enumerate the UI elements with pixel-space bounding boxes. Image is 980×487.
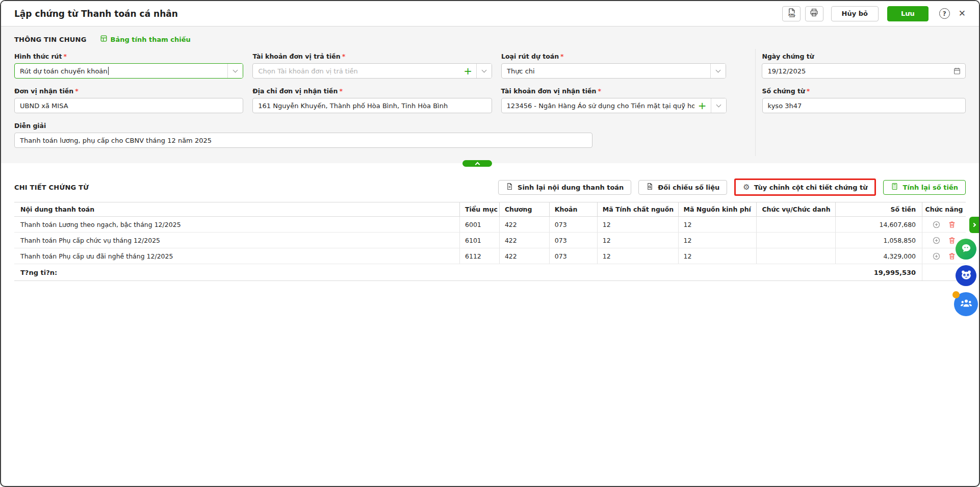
expand-panel-tab[interactable] (969, 217, 979, 233)
field-description: Diễn giải Thanh toán lương, phụ cấp cho … (14, 122, 592, 148)
cell-source-nature[interactable]: 12 (597, 217, 678, 232)
required-mark: * (560, 53, 564, 60)
cell-source-nature[interactable]: 12 (597, 248, 678, 264)
xml-export-icon: XML (786, 8, 796, 20)
cell-position[interactable] (756, 233, 835, 248)
cell-position[interactable] (756, 248, 835, 264)
close-icon[interactable]: ✕ (959, 9, 966, 18)
add-icon[interactable]: + (463, 66, 472, 76)
ai-assistant-button[interactable] (956, 265, 976, 286)
add-row-icon[interactable] (932, 220, 941, 229)
cell-sub-item[interactable]: 6101 (459, 233, 499, 248)
compare-data-button[interactable]: Đối chiếu số liệu (638, 180, 727, 195)
chevron-down-icon[interactable] (476, 64, 492, 78)
required-mark: * (342, 53, 346, 60)
community-button[interactable] (954, 292, 978, 316)
field-doc-number: Số chứng từ* kyso 3h47 (762, 87, 966, 113)
cell-fund-source[interactable]: 12 (678, 217, 757, 232)
cell-amount[interactable]: 4,329,000 (835, 248, 922, 264)
required-mark: * (807, 87, 810, 95)
field-receiver-address: Địa chỉ đơn vị nhận tiền* 161 Nguyễn Khu… (252, 87, 492, 113)
receiver-account-label: Tài khoản đơn vị nhận tiền (501, 87, 597, 95)
receiver-account-select[interactable]: 123456 - Ngân Hàng Ảo sử dụng cho Tiền m… (501, 98, 727, 113)
col-header-position: Chức vụ/Chức danh (756, 202, 835, 216)
chevron-down-icon[interactable] (710, 64, 726, 78)
cell-clause[interactable]: 073 (549, 248, 597, 264)
field-estimate-type: Loại rút dự toán* Thực chi (501, 53, 727, 79)
cell-source-nature[interactable]: 12 (597, 233, 678, 248)
add-row-icon[interactable] (932, 236, 941, 245)
field-withdraw-type: Hình thức rút* Rút dự toán chuyển khoản (14, 53, 243, 79)
cell-clause[interactable]: 073 (549, 217, 597, 232)
recalculate-amount-button[interactable]: Tính lại số tiền (883, 180, 966, 195)
receiver-input[interactable]: UBND xã MISA (14, 98, 243, 113)
estimate-type-select[interactable]: Thực chi (501, 63, 727, 79)
col-header-clause: Khoản (549, 202, 597, 216)
cell-chapter[interactable]: 422 (499, 233, 549, 248)
cell-fund-source[interactable]: 12 (678, 233, 757, 248)
estimate-type-label: Loại rút dự toán (501, 53, 559, 60)
add-row-icon[interactable] (932, 252, 941, 261)
cell-sub-item[interactable]: 6112 (459, 248, 499, 264)
help-icon[interactable]: ? (939, 8, 950, 19)
cell-content[interactable]: Thanh toán Phụ cấp ưu đãi nghề tháng 12/… (14, 248, 459, 264)
col-header-content: Nội dung thanh toán (14, 202, 459, 216)
description-input[interactable]: Thanh toán lương, phụ cấp cho CBNV tháng… (14, 133, 592, 148)
cell-sub-item[interactable]: 6001 (459, 217, 499, 232)
cell-content[interactable]: Thanh toán Lương theo ngạch, bậc tháng 1… (14, 217, 459, 232)
collapse-section-button[interactable] (462, 160, 492, 167)
doc-number-label: Số chứng từ (762, 87, 805, 95)
table-row: Thanh toán Phụ cấp chức vụ tháng 12/2025… (14, 233, 966, 248)
table-header-row: Nội dung thanh toán Tiểu mục Chương Khoả… (14, 202, 966, 217)
table-footer-row: T?ng ti?n: 19,995,530 (14, 264, 966, 281)
delete-row-icon[interactable] (948, 252, 956, 260)
regenerate-content-button[interactable]: Sinh lại nội dung thanh toán (498, 180, 631, 195)
add-icon[interactable]: + (698, 100, 707, 111)
description-label: Diễn giải (14, 122, 46, 130)
col-header-amount: Số tiền (835, 202, 922, 216)
gear-icon: ⚙ (743, 184, 750, 191)
cell-position[interactable] (756, 217, 835, 232)
notification-dot (952, 291, 960, 298)
customize-columns-button[interactable]: ⚙ Tùy chỉnh cột chi tiết chứng từ (734, 178, 876, 196)
print-button[interactable] (805, 6, 823, 21)
cell-fund-source[interactable]: 12 (678, 248, 757, 264)
cell-amount[interactable]: 1,058,850 (835, 233, 922, 248)
receiver-address-label: Địa chỉ đơn vị nhận tiền (252, 87, 338, 95)
withdraw-type-label: Hình thức rút (14, 53, 62, 60)
cell-chapter[interactable]: 422 (499, 217, 549, 232)
reference-sheet-link[interactable]: Bảng tính tham chiếu (100, 35, 191, 44)
withdraw-type-select[interactable]: Rút dự toán chuyển khoản (14, 63, 243, 79)
delete-row-icon[interactable] (948, 236, 956, 244)
field-payer-account: Tài khoản đơn vị trả tiền* Chọn Tài khoả… (252, 53, 492, 79)
field-receiver: Đơn vị nhận tiền* UBND xã MISA (14, 87, 243, 113)
save-button[interactable]: Lưu (887, 6, 929, 21)
required-mark: * (340, 87, 343, 95)
support-chat-button[interactable] (956, 239, 976, 260)
spreadsheet-icon (100, 35, 108, 44)
detail-actions: Sinh lại nội dung thanh toán Đối chiếu s… (498, 178, 966, 196)
required-mark: * (63, 53, 67, 60)
export-xml-button[interactable]: XML (782, 6, 801, 21)
cell-clause[interactable]: 073 (549, 233, 597, 248)
payer-account-label: Tài khoản đơn vị trả tiền (252, 53, 340, 60)
page-title: Lập chứng từ Thanh toán cá nhân (14, 9, 178, 19)
calendar-icon[interactable] (953, 67, 961, 75)
payer-account-select[interactable]: Chọn Tài khoản đơn vị trả tiền + (252, 63, 492, 79)
cancel-button[interactable]: Hủy bỏ (831, 6, 879, 21)
chevron-down-icon[interactable] (227, 64, 243, 78)
doc-date-input[interactable]: 19/12/2025 (762, 63, 966, 79)
cell-chapter[interactable]: 422 (499, 248, 549, 264)
receiver-label: Đơn vị nhận tiền (14, 87, 73, 95)
doc-number-input[interactable]: kyso 3h47 (762, 98, 966, 113)
text-caret (108, 67, 109, 75)
top-bar: Lập chứng từ Thanh toán cá nhân XML Hủy … (1, 1, 979, 27)
cell-content[interactable]: Thanh toán Phụ cấp chức vụ tháng 12/2025 (14, 233, 459, 248)
table-row: Thanh toán Phụ cấp ưu đãi nghề tháng 12/… (14, 248, 966, 264)
receiver-address-input[interactable]: 161 Nguyễn Khuyến, Thành phố Hòa Bình, T… (252, 98, 492, 113)
cell-amount[interactable]: 14,607,680 (835, 217, 922, 232)
total-amount: 19,995,530 (835, 264, 922, 280)
chevron-down-icon[interactable] (711, 98, 726, 113)
delete-row-icon[interactable] (948, 220, 956, 228)
total-label: T?ng ti?n: (14, 264, 459, 280)
